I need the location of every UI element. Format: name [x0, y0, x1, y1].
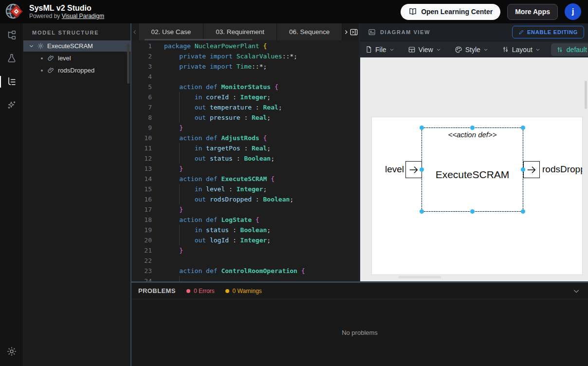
code-line[interactable]: 20 out logId : Integer; — [131, 235, 359, 245]
open-learning-center-label: Open Learning Center — [421, 8, 493, 16]
chevron-down-icon — [436, 47, 441, 52]
app-root: SysML v2 Studio Powered by Visual Paradi… — [0, 0, 588, 366]
line-content: out status : Boolean; — [164, 153, 275, 164]
image-icon — [368, 28, 376, 36]
code-line[interactable]: 6 in coreId : Integer; — [131, 92, 359, 102]
settings-gear-icon[interactable] — [0, 342, 23, 361]
problems-title: PROBLEMS — [138, 287, 176, 294]
line-number: 20 — [131, 235, 152, 245]
code-line[interactable]: 5 action def MonitorStatus { — [131, 82, 359, 92]
code-line[interactable]: 22 — [131, 256, 359, 266]
chevron-down-icon — [483, 47, 488, 52]
tabs-scroll-right-button[interactable] — [342, 23, 349, 40]
paperclip-icon — [47, 55, 55, 62]
flask-icon[interactable] — [0, 47, 23, 70]
line-number: 14 — [131, 174, 152, 184]
model-structure-panel: MODEL STRUCTURE ExecuteSCRAM level — [23, 23, 130, 366]
problems-header[interactable]: PROBLEMS 0 Errors 0 Warnings — [131, 283, 588, 299]
view-menu[interactable]: View — [405, 46, 444, 54]
ai-sparkle-icon[interactable] — [0, 93, 23, 117]
code-line[interactable]: 19 in status : Boolean; — [131, 225, 359, 235]
code-line[interactable]: 17 } — [131, 204, 359, 215]
activity-bar — [0, 23, 23, 366]
line-number: 16 — [131, 194, 152, 204]
editor-tab[interactable]: 02. Use Case — [138, 23, 203, 40]
selection-handle[interactable] — [521, 167, 525, 172]
user-avatar[interactable]: j — [565, 3, 581, 20]
brand-text: SysML v2 Studio Powered by Visual Paradi… — [29, 3, 104, 20]
selection-handle[interactable] — [470, 209, 475, 214]
paperclip-icon — [47, 67, 55, 74]
code-line[interactable]: 7 out temperature : Real; — [131, 102, 359, 112]
line-content: } — [164, 164, 183, 174]
editor-tab-strip: 02. Use Case03. Requirement06. Sequence — [131, 23, 359, 40]
chevron-down-icon[interactable] — [27, 43, 35, 49]
enable-editing-button[interactable]: ENABLE EDITING — [512, 26, 584, 38]
toggle-panel-icon[interactable] — [349, 23, 359, 40]
selection-handle[interactable] — [420, 126, 424, 130]
canvas-vertical-scrollbar[interactable] — [585, 81, 587, 109]
code-area[interactable]: 1package NuclearPowerPlant {2 private im… — [131, 40, 359, 281]
view-grid-icon — [408, 46, 416, 54]
tab-list: 02. Use Case03. Requirement06. Sequence — [138, 23, 342, 40]
code-line[interactable]: 12 out status : Boolean; — [131, 153, 359, 164]
line-content: action def ControlRoomOperation { — [164, 266, 305, 276]
line-number: 4 — [131, 72, 152, 82]
more-apps-button[interactable]: More Apps — [507, 4, 558, 20]
layout-preset-chip[interactable]: default — [551, 43, 588, 56]
code-line[interactable]: 8 out pressure : Real; — [131, 112, 359, 123]
code-line[interactable]: 23 action def ControlRoomOperation { — [131, 266, 359, 276]
brand: SysML v2 Studio Powered by Visual Paradi… — [5, 2, 104, 21]
line-content: in coreId : Integer; — [164, 92, 271, 102]
code-line[interactable]: 14 action def ExecuteSCRAM { — [131, 174, 359, 184]
code-line[interactable]: 3 private import Time::*; — [131, 61, 359, 72]
tree-item-executescram[interactable]: ExecuteSCRAM — [23, 40, 130, 52]
code-line[interactable]: 2 private import ScalarValues::*; — [131, 51, 359, 61]
layout-menu[interactable]: Layout — [499, 46, 543, 54]
model-panel-scrollbar[interactable] — [127, 44, 129, 84]
selection-handle[interactable] — [521, 126, 525, 130]
line-number: 11 — [131, 143, 152, 153]
line-content: out logId : Integer; — [164, 235, 271, 245]
canvas-horizontal-scrollbar[interactable] — [398, 276, 441, 278]
code-line[interactable]: 21 } — [131, 245, 359, 256]
selection-handle[interactable] — [420, 167, 424, 172]
code-line[interactable]: 1package NuclearPowerPlant { — [131, 41, 359, 51]
code-line[interactable]: 18 action def LogState { — [131, 215, 359, 225]
output-pin[interactable] — [523, 161, 540, 178]
model-tree-icon[interactable] — [0, 23, 23, 47]
code-line[interactable]: 15 in level : Integer; — [131, 184, 359, 194]
style-menu[interactable]: Style — [452, 46, 491, 54]
code-line[interactable]: 9 } — [131, 123, 359, 133]
action-def-node[interactable]: <<action def>> ExecuteSCRAM — [422, 128, 523, 212]
warning-dot-icon — [225, 289, 229, 293]
editor-tab[interactable]: 03. Requirement — [203, 23, 277, 40]
file-menu[interactable]: File — [362, 46, 397, 54]
diagram-canvas[interactable]: <<action def>> ExecuteSCRAM leve — [360, 57, 588, 281]
code-line[interactable]: 13 } — [131, 164, 359, 174]
arrow-right-icon — [526, 165, 537, 175]
selection-handle[interactable] — [521, 209, 525, 214]
model-structure-header: MODEL STRUCTURE — [23, 23, 130, 40]
tree-item-level[interactable]: level — [23, 53, 130, 64]
diagram-page[interactable]: <<action def>> ExecuteSCRAM leve — [371, 117, 583, 275]
editor-tab[interactable]: 06. Sequence — [277, 23, 342, 40]
outline-list-icon[interactable] — [0, 70, 23, 93]
code-line[interactable]: 24 — [131, 276, 359, 281]
code-line[interactable]: 10 action def AdjustRods { — [131, 133, 359, 143]
code-line[interactable]: 16 out rodsDropped : Boolean; — [131, 194, 359, 204]
line-content: } — [164, 245, 183, 256]
open-learning-center-button[interactable]: Open Learning Center — [401, 4, 500, 20]
selection-handle[interactable] — [420, 209, 424, 214]
tree-item-label: rodsDropped — [58, 67, 94, 74]
visual-paradigm-link[interactable]: Visual Paradigm — [62, 13, 104, 19]
collapse-problems-chevron-icon[interactable] — [572, 287, 580, 295]
selection-handle[interactable] — [470, 126, 475, 130]
tree-item-rodsdropped[interactable]: rodsDropped — [23, 65, 130, 76]
diagram-panel: DIAGRAM VIEW ENABLE EDITING File — [360, 23, 588, 281]
code-line[interactable]: 11 in targetPos : Real; — [131, 143, 359, 153]
tabs-scroll-left-button[interactable] — [131, 23, 138, 40]
line-number: 8 — [131, 112, 152, 123]
code-line[interactable]: 4 — [131, 72, 359, 82]
powered-prefix: Powered by — [29, 13, 60, 19]
